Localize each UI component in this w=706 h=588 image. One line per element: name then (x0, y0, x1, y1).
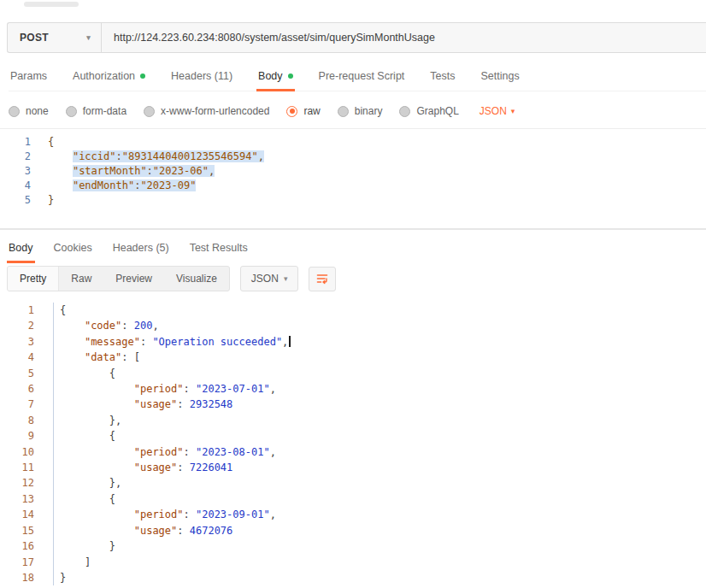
line-number: 1 (0, 303, 53, 318)
line-number: 14 (0, 507, 53, 522)
code-line: 18} (0, 570, 706, 585)
green-dot (140, 74, 145, 79)
view-mode-raw[interactable]: Raw (59, 267, 103, 291)
line-number: 16 (0, 538, 53, 554)
token-p: : (177, 398, 189, 410)
tab-label: Pre-request Script (319, 70, 405, 82)
line-number: 5 (0, 193, 41, 208)
token-ind (48, 165, 73, 177)
token-p: { (109, 493, 115, 505)
radio-none[interactable]: none (9, 105, 49, 117)
token-n: 200 (134, 320, 153, 332)
code-text: "message": "Operation succeeded", (53, 334, 291, 350)
code-line: 8 }, (0, 413, 706, 428)
response-view-toolbar: Pretty Raw Preview Visualize JSON ▾ (7, 266, 336, 291)
url-input[interactable]: http://124.223.60.234:8080/system/asset/… (102, 23, 706, 52)
code-text: { (53, 491, 115, 507)
code-line: 15 "usage": 4672076 (0, 523, 706, 538)
code-line: 10 "period": "2023-08-01", (0, 444, 706, 460)
code-line: 6 "period": "2023-07-01", (0, 381, 706, 397)
raw-language-label: JSON (479, 105, 507, 117)
code-text: "usage": 4672076 (53, 523, 232, 538)
line-number: 17 (0, 555, 53, 570)
token-ind (60, 509, 134, 520)
token-k: "usage" (134, 398, 178, 410)
view-mode-label: Raw (71, 273, 91, 285)
code-text: "period": "2023-07-01", (53, 381, 276, 397)
tab-label: Params (10, 70, 47, 82)
radio-label: GraphQL (416, 105, 458, 117)
token-k: "message" (85, 336, 140, 348)
code-line: 4 "data": [ (0, 350, 706, 365)
view-mode-preview[interactable]: Preview (103, 267, 164, 291)
radio-icon (399, 106, 410, 117)
radio-x-www-form-urlencoded[interactable]: x-www-form-urlencoded (144, 105, 269, 117)
token-p: } (109, 540, 115, 552)
line-number: 2 (0, 150, 41, 164)
view-mode-pretty[interactable]: Pretty (8, 267, 59, 291)
section-divider (0, 228, 706, 230)
response-tab-body[interactable]: Body (7, 238, 35, 262)
tab-label: Cookies (54, 242, 92, 254)
token-p: } (60, 572, 66, 584)
token-s: "Operation succeeded" (152, 336, 282, 348)
tab-headers[interactable]: Headers (11) (169, 67, 234, 91)
token-p: , (258, 150, 264, 162)
radio-graphql[interactable]: GraphQL (399, 105, 458, 117)
line-number: 4 (0, 350, 53, 365)
tab-label: Tests (430, 70, 455, 82)
radio-label: binary (355, 105, 383, 117)
response-language-select[interactable]: JSON ▾ (240, 266, 299, 291)
code-text: "usage": 7226041 (53, 460, 232, 475)
view-mode-group: Pretty Raw Preview Visualize (7, 266, 230, 291)
radio-label: raw (303, 105, 320, 117)
tab-body[interactable]: Body (256, 67, 295, 91)
request-body-editor[interactable]: 1{2 "iccid":"89314404001235546594",3 "st… (0, 135, 706, 208)
line-number: 15 (0, 523, 53, 538)
token-k: "period" (134, 383, 184, 395)
token-ind (48, 179, 73, 191)
token-ind (60, 430, 109, 442)
code-line: 11 "usage": 7226041 (0, 460, 706, 475)
token-p: }, (109, 477, 121, 489)
code-line: 3 "message": "Operation succeeded", (0, 334, 706, 350)
token-k: "startMonth" (73, 165, 147, 177)
token-ind (60, 540, 109, 552)
token-ind (60, 368, 109, 379)
token-p: , (152, 320, 158, 332)
tab-authorization[interactable]: Authorization (71, 67, 147, 91)
response-tab-cookies[interactable]: Cookies (52, 238, 94, 262)
code-text: "period": "2023-08-01", (53, 444, 276, 460)
chevron-down-icon: ▾ (511, 107, 515, 115)
method-select[interactable]: POST ▾ (8, 23, 102, 52)
token-s: "2023-06" (153, 165, 209, 177)
token-k: "endMonth" (73, 179, 134, 191)
token-n: 4672076 (190, 525, 233, 537)
tab-tests[interactable]: Tests (428, 67, 456, 91)
token-p: } (48, 194, 54, 206)
tab-label: Body (258, 70, 283, 82)
code-text: { (53, 428, 115, 444)
token-p: ] (85, 556, 91, 568)
radio-raw[interactable]: raw (286, 105, 320, 117)
line-number: 1 (0, 135, 41, 150)
token-ind (60, 556, 85, 568)
code-line: 2 "iccid":"89314404001235546594", (0, 150, 706, 164)
tab-settings[interactable]: Settings (479, 67, 521, 91)
tab-params[interactable]: Params (9, 67, 49, 91)
radio-label: x-www-form-urlencoded (161, 105, 269, 117)
wrap-lines-button[interactable] (309, 267, 336, 291)
code-text: ] (53, 555, 91, 570)
token-ind (60, 336, 85, 348)
response-tab-headers[interactable]: Headers (5) (111, 238, 171, 262)
token-ind (60, 525, 134, 537)
response-tab-test-results[interactable]: Test Results (188, 238, 250, 262)
response-body-editor[interactable]: 1{2 "code": 200,3 "message": "Operation … (0, 301, 706, 585)
line-number: 7 (0, 397, 53, 412)
raw-language-select[interactable]: JSON ▾ (479, 105, 515, 117)
radio-binary[interactable]: binary (338, 105, 383, 117)
view-mode-visualize[interactable]: Visualize (164, 267, 229, 291)
tab-pre-request-script[interactable]: Pre-request Script (317, 67, 407, 91)
postman-window: POST ▾ http://124.223.60.234:8080/system… (0, 0, 706, 588)
radio-form-data[interactable]: form-data (66, 105, 126, 117)
